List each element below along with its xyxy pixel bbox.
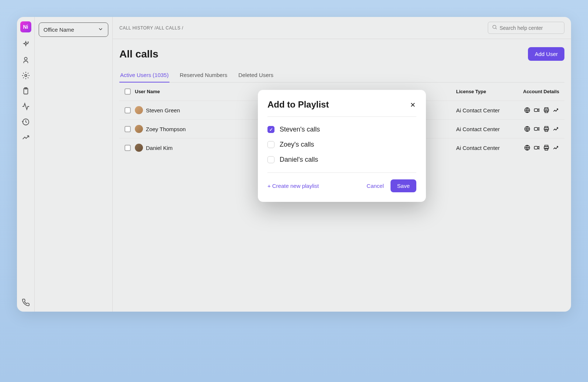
svg-rect-6 <box>534 109 538 112</box>
select-all-checkbox[interactable] <box>125 88 131 95</box>
left-panel: Office Name <box>35 17 113 312</box>
search-icon <box>492 24 497 31</box>
svg-point-4 <box>493 25 496 29</box>
tab-reserved-numbers[interactable]: Reserved Numbers <box>179 68 228 83</box>
user-icon[interactable] <box>22 56 30 64</box>
save-button[interactable]: Save <box>391 179 416 192</box>
trend-icon[interactable] <box>553 144 559 151</box>
row-checkbox[interactable] <box>125 145 131 151</box>
playlist-label: Daniel's calls <box>280 156 318 164</box>
breadcrumb: CALL HISTORY /ALL CALLS / <box>119 25 183 31</box>
add-user-button[interactable]: Add User <box>528 47 564 61</box>
avatar <box>135 106 143 114</box>
row-checkbox[interactable] <box>125 107 131 113</box>
clipboard-icon[interactable] <box>22 87 30 95</box>
row-checkbox[interactable] <box>125 126 131 132</box>
svg-point-1 <box>24 57 27 60</box>
globe-icon[interactable] <box>524 107 531 113</box>
history-icon[interactable] <box>22 118 30 126</box>
chevron-down-icon <box>98 26 104 33</box>
close-icon[interactable]: ✕ <box>409 101 416 108</box>
office-dropdown-label: Office Name <box>43 27 74 33</box>
svg-rect-16 <box>534 146 538 149</box>
modal-header: Add to Playlist ✕ <box>267 99 416 110</box>
header-actions: Account Details <box>523 89 559 94</box>
header-license: License Type <box>456 89 519 94</box>
icon-sidebar: Ni <box>17 17 35 312</box>
modal-title: Add to Playlist <box>267 99 329 110</box>
cancel-button[interactable]: Cancel <box>367 183 384 189</box>
avatar <box>135 125 143 133</box>
app-logo: Ni <box>20 21 31 32</box>
add-to-playlist-modal: Add to Playlist ✕ Steven's calls Zoey's … <box>258 90 426 202</box>
print-icon[interactable] <box>543 126 550 132</box>
modal-footer: + Create new playlist Cancel Save <box>267 172 416 192</box>
search-box[interactable] <box>488 22 564 34</box>
license-cell: Ai Contact Center <box>456 107 519 113</box>
page-header: All calls Add User <box>119 47 564 61</box>
globe-icon[interactable] <box>524 126 531 132</box>
globe-icon[interactable] <box>524 144 531 151</box>
top-bar: CALL HISTORY /ALL CALLS / <box>113 17 571 39</box>
create-playlist-link[interactable]: + Create new playlist <box>267 183 319 189</box>
nav-icons <box>22 41 30 298</box>
print-icon[interactable] <box>543 144 550 151</box>
playlist-label: Steven's calls <box>280 126 320 133</box>
main-content: CALL HISTORY /ALL CALLS / All calls Add … <box>113 17 571 312</box>
playlist-checkbox[interactable] <box>267 126 274 133</box>
activity-icon[interactable] <box>22 102 30 111</box>
license-cell: Ai Contact Center <box>456 126 519 132</box>
playlist-item[interactable]: Daniel's calls <box>267 152 416 167</box>
video-icon[interactable] <box>533 144 540 151</box>
svg-point-0 <box>28 42 28 43</box>
trend-icon[interactable] <box>553 126 559 132</box>
video-icon[interactable] <box>533 107 540 113</box>
playlist-checkbox[interactable] <box>267 156 274 163</box>
svg-rect-11 <box>534 127 538 130</box>
playlist-item[interactable]: Steven's calls <box>267 122 416 137</box>
tab-active-users[interactable]: Active Users (1035) <box>119 68 169 83</box>
office-dropdown[interactable]: Office Name <box>39 22 108 37</box>
trending-icon[interactable] <box>22 133 30 141</box>
search-input[interactable] <box>500 25 564 31</box>
user-name: Steven Green <box>146 107 180 113</box>
sparkle-icon[interactable] <box>22 41 30 49</box>
playlist-item[interactable]: Zoey's calls <box>267 137 416 152</box>
phone-icon[interactable] <box>22 298 30 306</box>
create-playlist-label: Create new playlist <box>272 183 319 189</box>
playlist-list: Steven's calls Zoey's calls Daniel's cal… <box>267 117 416 172</box>
gear-icon[interactable] <box>22 71 30 80</box>
user-name: Zoey Thompson <box>146 126 186 132</box>
app-window: Ni <box>17 17 571 312</box>
user-name: Daniel Kim <box>146 145 173 151</box>
tabs: Active Users (1035) Reserved Numbers Del… <box>119 68 564 83</box>
license-cell: Ai Contact Center <box>456 145 519 151</box>
trend-icon[interactable] <box>553 107 559 113</box>
video-icon[interactable] <box>533 126 540 132</box>
plus-icon: + <box>267 183 271 189</box>
playlist-label: Zoey's calls <box>280 141 314 148</box>
tab-deleted-users[interactable]: Deleted Users <box>238 68 274 83</box>
avatar <box>135 144 143 152</box>
page-title: All calls <box>119 48 158 60</box>
print-icon[interactable] <box>543 107 550 113</box>
playlist-checkbox[interactable] <box>267 141 274 148</box>
svg-point-2 <box>25 74 27 77</box>
